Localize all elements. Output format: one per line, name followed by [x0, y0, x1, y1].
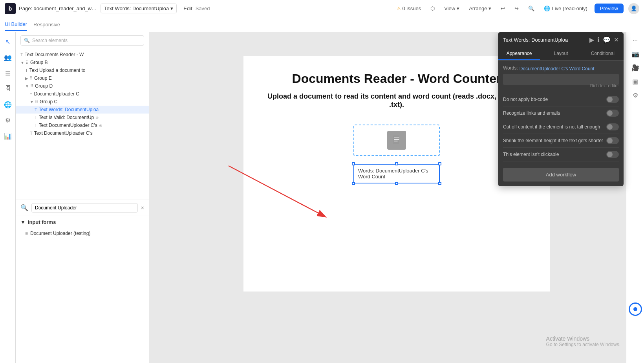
upload-file-icon: [387, 131, 406, 150]
toggle-label: Shrink the element height if the text ge…: [503, 138, 603, 143]
toggle-label: This element isn't clickable: [503, 152, 559, 157]
handle-bl: [352, 182, 355, 185]
left-panel: 🔍 Search elements T Text Documents Reade…: [16, 32, 149, 363]
words-field-row: Words: DocumentUploader C's Word Count: [503, 65, 619, 72]
arrange-menu[interactable]: Arrange ▾: [467, 4, 494, 13]
tab-appearance[interactable]: Appearance: [498, 48, 540, 60]
tree-item-label: Text Upload a document to: [29, 68, 86, 73]
tree-item-text-upload[interactable]: T Text Upload a document to: [16, 66, 149, 74]
panel-close-icon[interactable]: ✕: [614, 36, 619, 44]
topbar: b Page: document_reader_and_word_ Text W…: [0, 0, 644, 17]
handle-tm: [395, 162, 398, 165]
tree-item-text-doc-uploader-c2[interactable]: T Text DocumentUploader C's: [16, 129, 149, 137]
tab-conditional[interactable]: Conditional: [582, 48, 624, 60]
text-type-icon: T: [35, 115, 37, 120]
tree-item-label: Group B: [30, 60, 48, 65]
view-menu[interactable]: View ▾: [442, 4, 462, 13]
user-avatar[interactable]: 👤: [628, 3, 639, 14]
tab-layout[interactable]: Layout: [540, 48, 582, 60]
expand-icon: ▼: [25, 84, 29, 88]
left-panel-list: ▼ Input forms ≡ Document Uploader (testi…: [16, 216, 149, 363]
tree-item-text-doc-uploader-c[interactable]: T Text DocumentUploader C's ⊗: [16, 121, 149, 129]
panel-body: Words: DocumentUploader C's Word Count R…: [498, 60, 624, 186]
issues-button[interactable]: ⚠ 0 issues: [394, 4, 424, 13]
component-selector[interactable]: Text Words: DocumentUploa ▾: [101, 4, 177, 13]
app-logo: b: [5, 3, 16, 14]
comment-icon[interactable]: 💬: [603, 36, 611, 44]
play-icon[interactable]: ▶: [589, 36, 594, 44]
tree-item-text-words[interactable]: T Text Words: DocumentUploa: [16, 106, 149, 114]
tree-item-text-is-valid[interactable]: T Text Is Valid: DocumentUp ⊗: [16, 114, 149, 121]
cursor-sidebar-icon[interactable]: ↖: [2, 35, 14, 48]
word-count-box[interactable]: Words: DocumentUploader C's Word Count: [353, 164, 440, 183]
info-icon[interactable]: ℹ: [597, 36, 600, 44]
gear-icon[interactable]: ⚙: [631, 90, 640, 101]
layout-icon[interactable]: ☰: [2, 67, 14, 79]
layers-icon[interactable]: ▣: [631, 76, 640, 87]
view-chevron-icon: ▾: [457, 6, 459, 11]
doc-upload-box[interactable]: [353, 125, 440, 156]
camera-icon[interactable]: 📷: [630, 49, 641, 59]
tree-item-label: Text Documents Reader - W: [25, 52, 84, 57]
tree-item-label: DocumentUploader C: [34, 91, 79, 97]
close-icon[interactable]: ×: [141, 205, 144, 211]
canvas-area[interactable]: Documents Reader - Word Counter Upload a…: [149, 32, 644, 363]
toggle-bb-code-switch[interactable]: [606, 96, 619, 103]
more-icon[interactable]: ···: [631, 35, 639, 46]
circular-indicator[interactable]: [629, 302, 642, 316]
settings-icon[interactable]: ⚙: [2, 114, 14, 126]
svg-rect-1: [393, 136, 399, 144]
search-elements-input[interactable]: 🔍 Search elements: [20, 35, 144, 46]
group-type-icon: ⠿: [35, 99, 38, 104]
tree-item-doc-uploader[interactable]: ≡ DocumentUploader C: [16, 90, 149, 98]
tree-item-group-c[interactable]: ▼ ⠿ Group C: [16, 98, 149, 106]
live-button[interactable]: 🌐 Live (read-only): [542, 4, 589, 13]
input-forms-group[interactable]: ▼ Input forms: [16, 216, 149, 228]
tree-item-label: Group C: [40, 99, 57, 104]
tree-item-group-d[interactable]: ▼ ⠿ Group D: [16, 82, 149, 90]
chart-icon[interactable]: 📊: [2, 130, 14, 142]
page-subtitle: Upload a document to read its content an…: [259, 92, 534, 109]
database-icon[interactable]: 🗄: [2, 82, 14, 95]
preview-button[interactable]: Preview: [595, 4, 624, 13]
globe-sidebar-icon[interactable]: 🌐: [2, 98, 14, 111]
tab-responsive[interactable]: Responsive: [33, 18, 60, 31]
expand-arrow-icon: ▼: [20, 219, 26, 225]
toggle-links: Recognize links and emails: [503, 106, 619, 120]
topbar-right: ⚠ 0 issues ⬡ View ▾ Arrange ▾ ↩ ↪ 🔍 🌐 Li…: [394, 3, 639, 14]
tree-item-label: Text DocumentUploader C's: [39, 123, 97, 128]
text-type-icon: T: [30, 131, 33, 136]
group-type-icon: ⠿: [29, 76, 33, 81]
arrange-label: Arrange: [469, 6, 487, 11]
search-icon2: 🔍: [20, 204, 28, 211]
tree-item-text-documents[interactable]: T Text Documents Reader - W: [16, 51, 149, 59]
secondbar: UI Builder Responsive: [0, 17, 644, 32]
toggle-links-switch[interactable]: [606, 110, 619, 117]
group-type-icon: ⠿: [26, 60, 29, 65]
undo-button[interactable]: ↩: [498, 4, 507, 13]
panel-title: Text Words: DocumentUploa: [503, 37, 568, 43]
toggle-clickable-switch[interactable]: [606, 151, 619, 158]
users-icon[interactable]: 👥: [2, 51, 14, 64]
video-icon[interactable]: 🎥: [630, 62, 641, 73]
group-type-icon: ⠿: [30, 84, 33, 89]
tab-ui-builder[interactable]: UI Builder: [5, 18, 27, 31]
redo-button[interactable]: ↪: [512, 4, 521, 13]
add-workflow-button[interactable]: Add workflow: [503, 168, 619, 182]
page-name: Page: document_reader_and_word_: [19, 6, 97, 11]
doc-uploader-testing-item[interactable]: ≡ Document Uploader (testing): [16, 228, 149, 238]
cursor-tool[interactable]: ⬡: [428, 4, 437, 13]
word-count-container: Words: DocumentUploader C's Word Count: [353, 164, 440, 183]
search-button[interactable]: 🔍: [526, 4, 537, 13]
page-title: Documents Reader - Word Counter: [259, 72, 534, 86]
doc-uploader-search-input[interactable]: [31, 203, 138, 213]
tree-item-group-e[interactable]: ▶ ⠿ Group E: [16, 74, 149, 82]
tree-item-label: Text Is Valid: DocumentUp: [39, 115, 94, 120]
tree-item-group-b[interactable]: ▼ ⠿ Group B: [16, 59, 149, 66]
expand-icon: ▼: [20, 60, 24, 65]
toggle-shrink-switch[interactable]: [606, 137, 619, 144]
toggle-cutoff-switch[interactable]: [606, 123, 619, 130]
chevron-down-icon: ▾: [170, 6, 173, 11]
saved-label: Saved: [196, 6, 210, 11]
list-type-icon: ≡: [30, 92, 32, 96]
